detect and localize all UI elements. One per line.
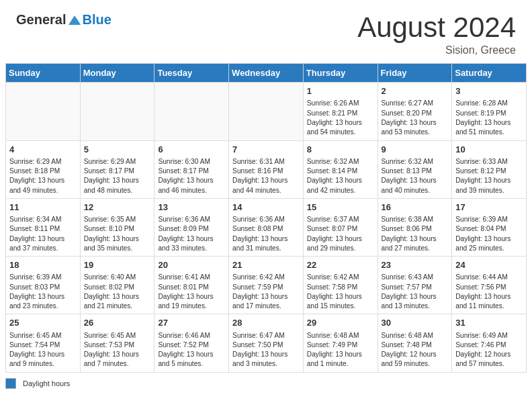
- col-friday: Friday: [378, 64, 452, 83]
- col-wednesday: Wednesday: [229, 64, 304, 83]
- day-number: 9: [382, 144, 449, 156]
- col-thursday: Thursday: [303, 64, 378, 83]
- calendar-cell: 29Sunrise: 6:48 AMSunset: 7:49 PMDayligh…: [303, 314, 378, 372]
- day-info: Sunrise: 6:26 AMSunset: 8:21 PMDaylight:…: [307, 99, 374, 137]
- calendar-cell: 5Sunrise: 6:29 AMSunset: 8:17 PMDaylight…: [80, 140, 154, 198]
- day-number: 21: [232, 259, 300, 271]
- day-number: 10: [455, 144, 523, 156]
- calendar-cell: 15Sunrise: 6:37 AMSunset: 8:07 PMDayligh…: [303, 198, 378, 256]
- day-info: Sunrise: 6:32 AMSunset: 8:13 PMDaylight:…: [382, 157, 449, 195]
- day-info: Sunrise: 6:43 AMSunset: 7:57 PMDaylight:…: [382, 273, 449, 311]
- day-info: Sunrise: 6:34 AMSunset: 8:11 PMDaylight:…: [9, 215, 77, 253]
- day-number: 28: [232, 317, 300, 329]
- title-area: August 2024 Sision, Greece: [357, 12, 516, 56]
- day-number: 2: [382, 85, 449, 97]
- day-info: Sunrise: 6:29 AMSunset: 8:17 PMDaylight:…: [84, 157, 151, 195]
- legend-label: Daylight hours: [23, 379, 70, 387]
- day-number: 7: [232, 144, 300, 156]
- calendar-cell: 7Sunrise: 6:31 AMSunset: 8:16 PMDaylight…: [229, 140, 304, 198]
- logo-general-text: General: [16, 12, 66, 28]
- day-number: 15: [307, 201, 374, 214]
- calendar-table: Sunday Monday Tuesday Wednesday Thursday…: [5, 63, 527, 373]
- day-info: Sunrise: 6:47 AMSunset: 7:50 PMDaylight:…: [232, 331, 300, 369]
- calendar-cell: 1Sunrise: 6:26 AMSunset: 8:21 PMDaylight…: [303, 83, 378, 140]
- day-number: 19: [84, 259, 151, 271]
- col-saturday: Saturday: [452, 64, 527, 83]
- day-number: 23: [382, 259, 449, 271]
- col-sunday: Sunday: [6, 64, 81, 83]
- calendar-cell: 26Sunrise: 6:45 AMSunset: 7:53 PMDayligh…: [80, 314, 154, 372]
- logo-icon: [67, 13, 82, 28]
- header-row: Sunday Monday Tuesday Wednesday Thursday…: [6, 64, 527, 83]
- day-info: Sunrise: 6:29 AMSunset: 8:18 PMDaylight:…: [9, 157, 77, 195]
- calendar-cell: 14Sunrise: 6:36 AMSunset: 8:08 PMDayligh…: [229, 198, 304, 256]
- day-info: Sunrise: 6:42 AMSunset: 7:59 PMDaylight:…: [232, 273, 300, 311]
- day-number: 26: [84, 317, 151, 329]
- calendar-cell: 2Sunrise: 6:27 AMSunset: 8:20 PMDaylight…: [378, 83, 452, 140]
- day-info: Sunrise: 6:31 AMSunset: 8:16 PMDaylight:…: [232, 157, 300, 195]
- header: General Blue August 2024 Sision, Greece: [0, 0, 532, 63]
- day-info: Sunrise: 6:48 AMSunset: 7:48 PMDaylight:…: [382, 331, 449, 369]
- day-info: Sunrise: 6:38 AMSunset: 8:06 PMDaylight:…: [382, 215, 449, 253]
- day-number: 5: [84, 144, 151, 156]
- day-info: Sunrise: 6:45 AMSunset: 7:54 PMDaylight:…: [9, 331, 77, 369]
- location-subtitle: Sision, Greece: [357, 44, 516, 56]
- day-number: 24: [455, 259, 523, 271]
- day-number: 8: [307, 144, 374, 156]
- calendar-cell: 20Sunrise: 6:41 AMSunset: 8:01 PMDayligh…: [154, 257, 229, 314]
- logo-blue-text: Blue: [82, 12, 111, 28]
- calendar-cell: 27Sunrise: 6:46 AMSunset: 7:52 PMDayligh…: [154, 314, 229, 372]
- day-number: 14: [232, 201, 300, 214]
- day-number: 4: [9, 144, 77, 156]
- footer: Daylight hours: [0, 373, 532, 393]
- day-info: Sunrise: 6:41 AMSunset: 8:01 PMDaylight:…: [158, 273, 225, 311]
- col-tuesday: Tuesday: [154, 64, 229, 83]
- legend-color-box: [5, 378, 16, 389]
- day-number: 3: [455, 85, 523, 97]
- day-info: Sunrise: 6:27 AMSunset: 8:20 PMDaylight:…: [382, 99, 449, 137]
- day-number: 18: [9, 259, 77, 271]
- day-info: Sunrise: 6:46 AMSunset: 7:52 PMDaylight:…: [158, 331, 225, 369]
- calendar-week-3: 11Sunrise: 6:34 AMSunset: 8:11 PMDayligh…: [6, 198, 527, 256]
- day-info: Sunrise: 6:37 AMSunset: 8:07 PMDaylight:…: [307, 215, 374, 253]
- calendar-cell: 28Sunrise: 6:47 AMSunset: 7:50 PMDayligh…: [229, 314, 304, 372]
- calendar-cell: 23Sunrise: 6:43 AMSunset: 7:57 PMDayligh…: [378, 257, 452, 314]
- calendar-week-1: 1Sunrise: 6:26 AMSunset: 8:21 PMDaylight…: [6, 83, 527, 140]
- calendar-cell: [229, 83, 304, 140]
- calendar-cell: 17Sunrise: 6:39 AMSunset: 8:04 PMDayligh…: [452, 198, 527, 256]
- day-number: 1: [307, 85, 374, 97]
- logo: General Blue: [16, 12, 112, 28]
- day-number: 22: [307, 259, 374, 271]
- calendar-cell: 10Sunrise: 6:33 AMSunset: 8:12 PMDayligh…: [452, 140, 527, 198]
- calendar-cell: 11Sunrise: 6:34 AMSunset: 8:11 PMDayligh…: [6, 198, 81, 256]
- calendar-cell: 16Sunrise: 6:38 AMSunset: 8:06 PMDayligh…: [378, 198, 452, 256]
- calendar-cell: 8Sunrise: 6:32 AMSunset: 8:14 PMDaylight…: [303, 140, 378, 198]
- day-info: Sunrise: 6:49 AMSunset: 7:46 PMDaylight:…: [455, 331, 523, 369]
- calendar-cell: 25Sunrise: 6:45 AMSunset: 7:54 PMDayligh…: [6, 314, 81, 372]
- calendar-cell: [80, 83, 154, 140]
- day-number: 30: [382, 317, 449, 329]
- calendar-cell: 9Sunrise: 6:32 AMSunset: 8:13 PMDaylight…: [378, 140, 452, 198]
- day-info: Sunrise: 6:30 AMSunset: 8:17 PMDaylight:…: [158, 157, 225, 195]
- calendar-body: 1Sunrise: 6:26 AMSunset: 8:21 PMDaylight…: [6, 83, 527, 373]
- calendar-cell: 31Sunrise: 6:49 AMSunset: 7:46 PMDayligh…: [452, 314, 527, 372]
- day-info: Sunrise: 6:33 AMSunset: 8:12 PMDaylight:…: [455, 157, 523, 195]
- calendar-cell: 21Sunrise: 6:42 AMSunset: 7:59 PMDayligh…: [229, 257, 304, 314]
- day-number: 17: [455, 201, 523, 214]
- day-info: Sunrise: 6:45 AMSunset: 7:53 PMDaylight:…: [84, 331, 151, 369]
- day-number: 13: [158, 201, 225, 214]
- calendar-cell: 30Sunrise: 6:48 AMSunset: 7:48 PMDayligh…: [378, 314, 452, 372]
- calendar-cell: 3Sunrise: 6:28 AMSunset: 8:19 PMDaylight…: [452, 83, 527, 140]
- calendar-cell: 18Sunrise: 6:39 AMSunset: 8:03 PMDayligh…: [6, 257, 81, 314]
- calendar-week-2: 4Sunrise: 6:29 AMSunset: 8:18 PMDaylight…: [6, 140, 527, 198]
- day-info: Sunrise: 6:39 AMSunset: 8:04 PMDaylight:…: [455, 215, 523, 253]
- calendar-cell: 13Sunrise: 6:36 AMSunset: 8:09 PMDayligh…: [154, 198, 229, 256]
- day-number: 20: [158, 259, 225, 271]
- calendar-cell: 6Sunrise: 6:30 AMSunset: 8:17 PMDaylight…: [154, 140, 229, 198]
- calendar-cell: 4Sunrise: 6:29 AMSunset: 8:18 PMDaylight…: [6, 140, 81, 198]
- day-info: Sunrise: 6:35 AMSunset: 8:10 PMDaylight:…: [84, 215, 151, 253]
- calendar-header: Sunday Monday Tuesday Wednesday Thursday…: [6, 64, 527, 83]
- day-info: Sunrise: 6:40 AMSunset: 8:02 PMDaylight:…: [84, 273, 151, 311]
- calendar-cell: 12Sunrise: 6:35 AMSunset: 8:10 PMDayligh…: [80, 198, 154, 256]
- col-monday: Monday: [80, 64, 154, 83]
